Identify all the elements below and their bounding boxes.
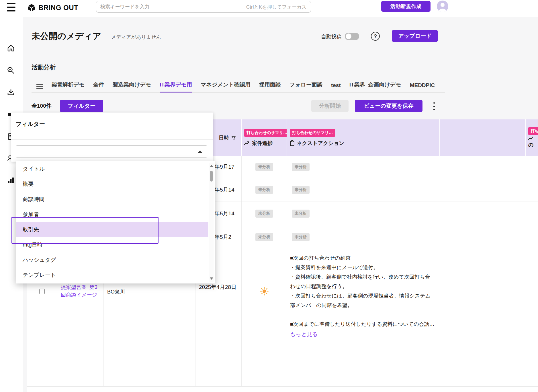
column-header-clipped: 打ち合わせのサマリ… の [526, 119, 538, 156]
analytics-chart-icon[interactable] [7, 176, 15, 185]
dropdown-option[interactable]: mtg日時 [16, 237, 208, 252]
auto-post-label: 自動投稿 [321, 33, 342, 40]
analyze-button[interactable]: 分析開始 [311, 100, 349, 112]
summary-badge: 打ち合わせのサマリ… [244, 129, 287, 137]
tab[interactable]: MEDDPIC [410, 82, 435, 92]
user-icon [437, 1, 448, 12]
table-cell [440, 119, 526, 156]
video-search-icon[interactable] [7, 66, 15, 75]
filter-popup-title: フィルター [16, 120, 45, 128]
show-more-link[interactable]: もっと見る [290, 331, 318, 338]
column-header-next-action[interactable]: 打ち合わせのサマリ… ネクストアクション [287, 119, 440, 156]
status-badge: 未分析 [255, 210, 273, 218]
kebab-menu-icon[interactable] [431, 101, 437, 111]
brand-name: BRING OUT [38, 4, 78, 12]
page-subtitle: メディアがありません [111, 34, 161, 40]
sun-icon [260, 287, 269, 296]
section-heading: 活動分析 [32, 63, 56, 71]
scrollbar-thumb[interactable] [210, 171, 213, 182]
status-badge: 未分析 [255, 186, 273, 194]
media-title-link[interactable]: 提案型営業_第3回商談イメージ [61, 283, 99, 299]
next-action-cell: 未分析 [287, 202, 440, 225]
progress-cell [242, 249, 287, 386]
help-icon[interactable]: ? [371, 32, 380, 41]
table-cell [440, 178, 526, 202]
status-badge: 未分析 [255, 233, 273, 241]
dropdown-option[interactable]: 参加者 [16, 207, 208, 222]
topbar: BRING OUT CtrlとKを押してフォーカス 活動新規作成 [0, 0, 538, 17]
next-action-cell: 未分析 [287, 178, 440, 202]
filter-field-dropdown: タイトル 概要 商談時間 参加者 取引先 mtg日時 ハッシュタグ テンプレート [16, 161, 215, 283]
table-cell [526, 249, 538, 386]
progress-column-label: 案件進捗 [252, 140, 273, 147]
auto-post-toggle[interactable] [345, 33, 359, 40]
next-action-column-label: ネクストアクション [297, 140, 344, 147]
tab[interactable]: 全件 [93, 81, 104, 92]
table-cell [440, 249, 526, 386]
analysis-tabs: 架電解析デモ 全件 製造業向けデモ IT業界デモ用 マネジメント確認用 採用面談… [32, 81, 445, 93]
trend-icon [528, 136, 534, 140]
app-window: BRING OUT CtrlとKを押してフォーカス 活動新規作成 [0, 0, 538, 392]
table-cell [526, 225, 538, 249]
next-action-cell: 未分析 [287, 225, 440, 249]
tab[interactable]: マネジメント確認用 [201, 81, 251, 92]
divider [11, 139, 213, 140]
table-cell [526, 202, 538, 225]
row-checkbox[interactable] [39, 289, 45, 294]
tab[interactable]: IT業界_企画向けデモ [349, 81, 401, 92]
next-action-cell: ■次回の打ち合わせの約束 ・提案資料を来週中にメールで送付。 ・資料確認後、顧客… [287, 249, 440, 386]
filter-field-combobox[interactable] [16, 145, 207, 157]
page-title: 未公開のメディア [32, 30, 101, 42]
menu-icon[interactable] [7, 3, 16, 11]
dropdown-option[interactable]: ハッシュタグ [16, 252, 208, 267]
tab[interactable]: フォロー面談 [289, 81, 322, 92]
column-header-progress[interactable]: 打ち合わせのサマリ… 案件進捗 [242, 119, 287, 156]
table-cell [526, 178, 538, 202]
next-action-text: ■次回の打ち合わせの約束 ・提案資料を来週中にメールで送付。 ・資料確認後、顧客… [290, 253, 435, 329]
owner-name: BO泉川 [107, 288, 125, 295]
toggle-knob [346, 34, 351, 39]
dropdown-option[interactable]: 概要 [16, 176, 208, 192]
clipped-column-label: の [528, 141, 538, 148]
download-icon[interactable] [7, 88, 15, 97]
dropdown-option[interactable]: テンプレート [16, 267, 208, 283]
status-badge: 未分析 [292, 210, 310, 218]
summary-badge: 打ち合わせのサマリ… [290, 129, 335, 137]
status-badge: 未分析 [292, 186, 310, 194]
tab[interactable]: 架電解析デモ [52, 81, 85, 92]
save-view-button[interactable]: ビューの変更を保存 [355, 100, 422, 112]
global-search: CtrlとKを押してフォーカス [96, 1, 311, 13]
scroll-down-icon[interactable] [210, 277, 213, 280]
dropdown-option[interactable]: タイトル [16, 161, 208, 176]
brand-logo[interactable]: BRING OUT [27, 3, 78, 12]
table-cell [526, 156, 538, 178]
table-cell [440, 202, 526, 225]
next-action-cell: 未分析 [287, 156, 440, 178]
new-activity-button[interactable]: 活動新規作成 [381, 1, 431, 12]
progress-cell: 未分析 [242, 225, 287, 249]
status-badge: 未分析 [292, 233, 310, 241]
scrollbar[interactable] [209, 163, 214, 282]
search-input[interactable] [96, 1, 311, 12]
clipboard-icon [290, 140, 295, 146]
trend-icon [244, 141, 250, 145]
scroll-up-icon[interactable] [210, 165, 213, 167]
filter-button[interactable]: フィルター [60, 100, 103, 112]
status-badge: 未分析 [255, 163, 273, 171]
home-icon[interactable] [7, 44, 15, 53]
tab[interactable]: 採用面談 [259, 81, 281, 92]
progress-cell: 未分析 [242, 156, 287, 178]
progress-cell: 未分析 [242, 202, 287, 225]
tab-list-icon[interactable] [36, 84, 43, 92]
brand-cube-icon [27, 3, 36, 12]
chevron-up-icon[interactable] [198, 150, 202, 153]
avatar[interactable] [437, 1, 448, 12]
tab-active[interactable]: IT業界デモ用 [160, 81, 192, 92]
date-column-label: 日時 [219, 134, 229, 141]
upload-button[interactable]: アップロード [392, 30, 438, 42]
tab[interactable]: test [331, 82, 341, 92]
progress-cell: 未分析 [242, 178, 287, 202]
dropdown-option-highlighted[interactable]: 取引先 [16, 222, 208, 237]
dropdown-option[interactable]: 商談時間 [16, 192, 208, 207]
tab[interactable]: 製造業向けデモ [113, 81, 151, 92]
